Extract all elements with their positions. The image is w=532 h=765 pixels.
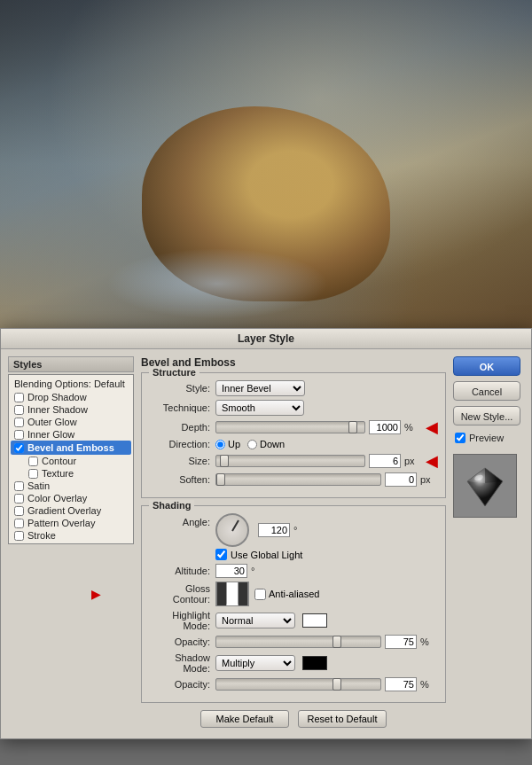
size-label: Size: bbox=[149, 456, 215, 466]
size-slider[interactable] bbox=[215, 455, 365, 467]
direction-down-item[interactable]: Down bbox=[247, 439, 285, 449]
technique-select[interactable]: Smooth Chisel Hard Chisel Soft bbox=[215, 400, 304, 416]
soften-slider[interactable] bbox=[215, 473, 381, 486]
preview-checkbox[interactable] bbox=[455, 433, 466, 443]
shadow-mode-row: Shadow Mode: Normal Screen Multiply bbox=[149, 652, 438, 674]
hero-image bbox=[0, 0, 532, 328]
gloss-contour-row: Gloss Contour: bbox=[149, 582, 438, 606]
anti-aliased-item[interactable]: Anti-aliased bbox=[254, 589, 319, 600]
shadow-opacity-slider[interactable] bbox=[215, 678, 381, 691]
sidebar-item-inner-shadow[interactable]: Inner Shadow bbox=[11, 403, 131, 416]
shadow-color-swatch[interactable] bbox=[302, 656, 327, 670]
reset-to-default-button[interactable]: Reset to Default bbox=[298, 710, 387, 728]
preview-gem-svg bbox=[463, 464, 507, 508]
size-input[interactable] bbox=[369, 454, 401, 468]
depth-arrow-indicator: ◀ bbox=[426, 419, 438, 435]
contour-arrow-indicator: ▶ bbox=[91, 587, 101, 601]
angle-dial[interactable] bbox=[215, 513, 249, 547]
shadow-opacity-label: Opacity: bbox=[149, 679, 215, 690]
structure-section: Structure Style: Outer Bevel Inner Bevel… bbox=[141, 372, 446, 498]
shadow-opacity-input[interactable] bbox=[385, 677, 417, 691]
sidebar-item-stroke[interactable]: Stroke bbox=[11, 529, 131, 542]
highlight-opacity-row: Opacity: % bbox=[149, 635, 438, 649]
contour-preview[interactable] bbox=[215, 582, 249, 606]
direction-row: Direction: Up Down bbox=[149, 439, 438, 449]
gradient-overlay-checkbox[interactable] bbox=[14, 506, 24, 516]
highlight-opacity-unit: % bbox=[420, 636, 438, 647]
highlight-opacity-input[interactable] bbox=[385, 635, 417, 649]
altitude-row: Altitude: ° bbox=[149, 564, 438, 578]
angle-label: Angle: bbox=[149, 513, 215, 527]
highlight-color-swatch[interactable] bbox=[302, 613, 327, 628]
direction-up-item[interactable]: Up bbox=[215, 439, 240, 449]
gradient-overlay-label: Gradient Overlay bbox=[27, 505, 101, 516]
sidebar-item-satin[interactable]: Satin bbox=[11, 480, 131, 492]
sidebar-item-inner-glow[interactable]: Inner Glow bbox=[11, 428, 131, 441]
depth-unit: % bbox=[404, 422, 422, 433]
inner-glow-checkbox[interactable] bbox=[14, 430, 24, 440]
pattern-overlay-label: Pattern Overlay bbox=[27, 518, 95, 528]
sidebar-item-bevel-emboss[interactable]: Bevel and Emboss bbox=[11, 441, 131, 455]
ok-button[interactable]: OK bbox=[453, 356, 520, 376]
highlight-opacity-label: Opacity: bbox=[149, 636, 215, 647]
outer-glow-checkbox[interactable] bbox=[14, 418, 24, 427]
sidebar-item-drop-shadow[interactable]: Drop Shadow bbox=[11, 391, 131, 403]
sidebar-item-outer-glow[interactable]: Outer Glow bbox=[11, 416, 131, 428]
shadow-opacity-row: Opacity: % bbox=[149, 677, 438, 691]
highlight-mode-select[interactable]: Normal Screen Multiply bbox=[215, 613, 295, 628]
size-unit: px bbox=[404, 456, 422, 466]
drop-shadow-label: Drop Shadow bbox=[27, 392, 87, 402]
anti-aliased-checkbox[interactable] bbox=[254, 589, 266, 600]
texture-checkbox[interactable] bbox=[28, 469, 38, 479]
sidebar-item-texture[interactable]: Texture bbox=[11, 467, 131, 480]
sidebar-item-blending[interactable]: Blending Options: Default bbox=[11, 377, 131, 391]
make-default-button[interactable]: Make Default bbox=[200, 710, 289, 728]
pattern-overlay-checkbox[interactable] bbox=[14, 519, 24, 528]
contour-checkbox[interactable] bbox=[28, 457, 38, 466]
bevel-emboss-checkbox[interactable] bbox=[14, 443, 24, 453]
use-global-light-label: Use Global Light bbox=[231, 550, 302, 560]
soften-unit: px bbox=[420, 474, 438, 485]
shading-title: Shading bbox=[149, 500, 194, 511]
sidebar-item-gradient-overlay[interactable]: Gradient Overlay bbox=[11, 504, 131, 517]
preview-label: Preview bbox=[469, 433, 504, 443]
sidebar-item-pattern-overlay[interactable]: Pattern Overlay bbox=[11, 517, 131, 529]
size-row: Size: px ◀ bbox=[149, 453, 438, 469]
shadow-opacity-unit: % bbox=[420, 679, 438, 690]
stroke-checkbox[interactable] bbox=[14, 531, 24, 541]
styles-panel: Styles Blending Options: Default Drop Sh… bbox=[8, 356, 134, 731]
color-overlay-checkbox[interactable] bbox=[14, 494, 24, 503]
use-global-light-checkbox[interactable] bbox=[215, 549, 227, 560]
highlight-mode-label: Highlight Mode: bbox=[149, 610, 215, 631]
style-select[interactable]: Outer Bevel Inner Bevel Emboss Pillow Em… bbox=[215, 380, 305, 396]
depth-slider[interactable] bbox=[215, 421, 365, 433]
sidebar-item-color-overlay[interactable]: Color Overlay bbox=[11, 492, 131, 504]
highlight-opacity-slider[interactable] bbox=[215, 636, 381, 648]
inner-shadow-checkbox[interactable] bbox=[14, 405, 24, 415]
angle-unit: ° bbox=[293, 525, 311, 535]
drop-shadow-checkbox[interactable] bbox=[14, 393, 24, 402]
stroke-label: Stroke bbox=[27, 530, 56, 541]
outer-glow-label: Outer Glow bbox=[27, 417, 77, 427]
texture-label: Texture bbox=[42, 468, 74, 479]
main-panel: Bevel and Emboss Structure Style: Outer … bbox=[141, 356, 446, 731]
soften-input[interactable] bbox=[385, 472, 417, 487]
technique-label: Technique: bbox=[149, 402, 215, 413]
depth-input[interactable] bbox=[369, 420, 401, 434]
direction-up-radio[interactable] bbox=[215, 440, 225, 449]
sidebar-item-contour[interactable]: Contour bbox=[11, 455, 131, 467]
new-style-button[interactable]: New Style... bbox=[453, 406, 520, 425]
styles-panel-header: Styles bbox=[8, 356, 134, 372]
angle-input[interactable] bbox=[258, 523, 290, 537]
satin-label: Satin bbox=[27, 480, 50, 491]
shadow-mode-select[interactable]: Normal Screen Multiply bbox=[215, 655, 295, 671]
style-row: Style: Outer Bevel Inner Bevel Emboss Pi… bbox=[149, 380, 438, 396]
cancel-button[interactable]: Cancel bbox=[453, 381, 520, 401]
altitude-input[interactable] bbox=[215, 564, 247, 578]
satin-checkbox[interactable] bbox=[14, 481, 24, 491]
direction-down-radio[interactable] bbox=[247, 440, 257, 449]
style-label: Style: bbox=[149, 383, 215, 394]
size-arrow-indicator: ◀ bbox=[426, 453, 438, 469]
technique-row: Technique: Smooth Chisel Hard Chisel Sof… bbox=[149, 400, 438, 416]
svg-marker-5 bbox=[485, 468, 503, 483]
